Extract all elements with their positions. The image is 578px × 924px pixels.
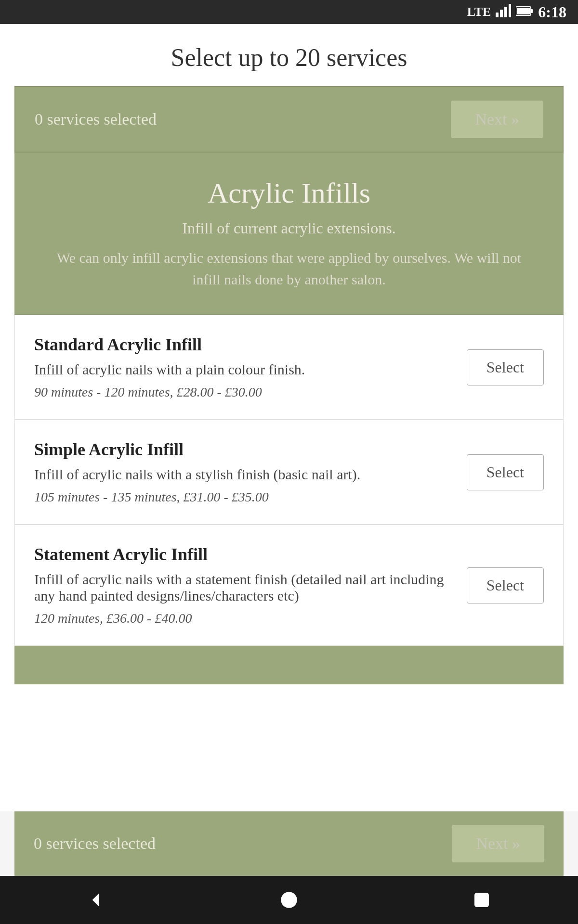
nav-bar <box>0 876 578 924</box>
top-services-count: 0 services selected <box>35 110 157 128</box>
select-button-3[interactable]: Select <box>467 567 544 603</box>
bottom-next-button[interactable]: Next » <box>452 825 544 862</box>
service-desc-3: Infill of acrylic nails with a statement… <box>34 571 452 604</box>
service-item-3: Statement Acrylic Infill Infill of acryl… <box>14 525 564 646</box>
home-nav-icon[interactable] <box>277 888 301 912</box>
service-desc-1: Infill of acrylic nails with a plain col… <box>34 361 452 378</box>
top-next-button[interactable]: Next » <box>451 101 543 138</box>
lte-icon: LTE <box>467 5 491 19</box>
status-bar: LTE 6:18 <box>0 0 578 24</box>
signal-icon <box>496 4 511 21</box>
svg-rect-3 <box>509 4 511 17</box>
bottom-services-bar: 0 services selected Next » <box>14 811 564 876</box>
service-name-1: Standard Acrylic Infill <box>34 334 452 355</box>
svg-rect-0 <box>496 13 499 17</box>
category-subtitle: Infill of current acrylic extensions. <box>43 219 535 237</box>
back-nav-icon[interactable] <box>84 888 108 912</box>
svg-rect-2 <box>504 7 507 17</box>
service-duration-2: 105 minutes - 135 minutes, £31.00 - £35.… <box>34 489 452 505</box>
service-item-2: Simple Acrylic Infill Infill of acrylic … <box>14 420 564 525</box>
next-category-partial <box>14 646 564 684</box>
spacer <box>0 797 578 811</box>
bottom-services-count: 0 services selected <box>34 834 156 853</box>
service-desc-2: Infill of acrylic nails with a stylish f… <box>34 466 452 483</box>
svg-point-8 <box>282 893 296 907</box>
category-description: We can only infill acrylic extensions th… <box>43 247 535 290</box>
svg-rect-9 <box>475 894 488 907</box>
service-name-3: Statement Acrylic Infill <box>34 544 452 565</box>
select-button-2[interactable]: Select <box>467 454 544 490</box>
service-info-1: Standard Acrylic Infill Infill of acryli… <box>34 334 467 400</box>
service-name-2: Simple Acrylic Infill <box>34 439 452 460</box>
top-services-bar: 0 services selected Next » <box>14 86 564 153</box>
svg-rect-1 <box>500 10 503 17</box>
svg-rect-6 <box>517 8 530 14</box>
select-button-1[interactable]: Select <box>467 349 544 385</box>
service-info-2: Simple Acrylic Infill Infill of acrylic … <box>34 439 467 505</box>
svg-marker-7 <box>92 894 99 907</box>
recents-nav-icon[interactable] <box>470 888 494 912</box>
service-duration-3: 120 minutes, £36.00 - £40.00 <box>34 611 452 626</box>
service-item: Standard Acrylic Infill Infill of acryli… <box>14 315 564 420</box>
svg-rect-5 <box>531 9 533 13</box>
service-duration-1: 90 minutes - 120 minutes, £28.00 - £30.0… <box>34 385 452 400</box>
page-title: Select up to 20 services <box>0 24 578 86</box>
category-title: Acrylic Infills <box>43 177 535 210</box>
status-icons: LTE 6:18 <box>467 3 566 21</box>
category-header: Acrylic Infills Infill of current acryli… <box>14 153 564 315</box>
service-info-3: Statement Acrylic Infill Infill of acryl… <box>34 544 467 626</box>
battery-icon <box>516 4 533 20</box>
main-content: 0 services selected Next » Acrylic Infil… <box>0 86 578 797</box>
time-display: 6:18 <box>538 3 566 21</box>
